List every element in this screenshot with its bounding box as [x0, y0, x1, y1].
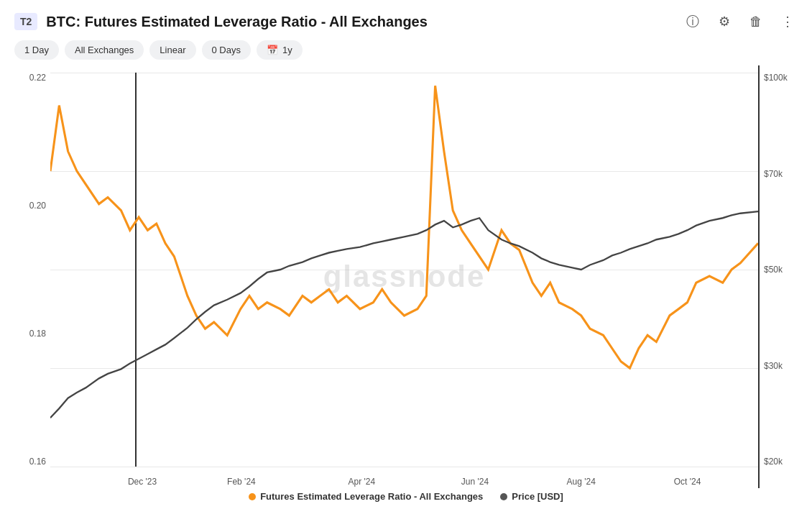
more-button[interactable]: ⋮: [778, 12, 798, 32]
exchange-button[interactable]: All Exchanges: [65, 40, 144, 60]
settings-button[interactable]: ⚙: [714, 12, 734, 32]
page-title: BTC: Futures Estimated Leverage Ratio - …: [46, 14, 428, 30]
interval-button[interactable]: 1 Day: [14, 40, 59, 60]
calendar-icon: 📅: [267, 45, 278, 55]
y-right-label-2: $70k: [760, 169, 798, 179]
chart-body: glassnode Dec '23 Feb '24: [50, 65, 758, 488]
chart-svg: [50, 73, 758, 467]
x-label-aug24: Aug '24: [567, 477, 596, 487]
header-left: T2 BTC: Futures Estimated Leverage Ratio…: [14, 13, 428, 30]
y-axis-left: 0.22 0.20 0.18 0.16: [14, 65, 50, 488]
y-left-label-4: 0.16: [14, 457, 50, 467]
period-button[interactable]: 📅 1y: [257, 40, 303, 60]
x-label-feb24: Feb '24: [227, 477, 256, 487]
info-button[interactable]: ⓘ: [683, 12, 703, 32]
chart-area: 0.22 0.20 0.18 0.16 glassnode: [14, 65, 798, 488]
legend-label-price: Price [USD]: [512, 491, 563, 502]
y-left-label-3: 0.18: [14, 329, 50, 339]
x-label-apr24: Apr '24: [349, 477, 376, 487]
y-right-label-1: $100k: [760, 73, 798, 83]
legend-dot-leverage: [249, 493, 256, 500]
y-right-label-3: $50k: [760, 265, 798, 275]
scale-button[interactable]: Linear: [149, 40, 195, 60]
t2-badge: T2: [14, 13, 37, 30]
delete-button[interactable]: 🗑: [746, 12, 766, 32]
y-left-label-1: 0.22: [14, 73, 50, 83]
x-label-oct24: Oct '24: [674, 477, 701, 487]
header-icons: ⓘ ⚙ 🗑 ⋮: [683, 12, 798, 32]
legend-item-price: Price [USD]: [500, 491, 563, 502]
x-label-dec23: Dec '23: [128, 477, 157, 487]
leverage-line: [50, 86, 758, 368]
y-right-label-4: $30k: [760, 361, 798, 371]
x-label-jun24: Jun '24: [461, 477, 489, 487]
period-label: 1y: [282, 45, 292, 55]
legend-dot-price: [500, 493, 507, 500]
header: T2 BTC: Futures Estimated Leverage Ratio…: [14, 12, 798, 32]
toolbar: 1 Day All Exchanges Linear 0 Days 📅 1y: [14, 40, 798, 60]
legend-item-leverage: Futures Estimated Leverage Ratio - All E…: [249, 491, 483, 502]
page-container: T2 BTC: Futures Estimated Leverage Ratio…: [0, 0, 812, 509]
y-right-label-5: $20k: [760, 457, 798, 467]
y-left-label-2: 0.20: [14, 201, 50, 211]
legend-label-leverage: Futures Estimated Leverage Ratio - All E…: [260, 491, 483, 502]
legend: Futures Estimated Leverage Ratio - All E…: [14, 488, 798, 502]
offset-button[interactable]: 0 Days: [202, 40, 251, 60]
x-axis: Dec '23 Feb '24 Apr '24 Jun '24 Aug '24 …: [50, 467, 758, 488]
y-axis-right: $100k $70k $50k $30k $20k: [758, 65, 798, 488]
